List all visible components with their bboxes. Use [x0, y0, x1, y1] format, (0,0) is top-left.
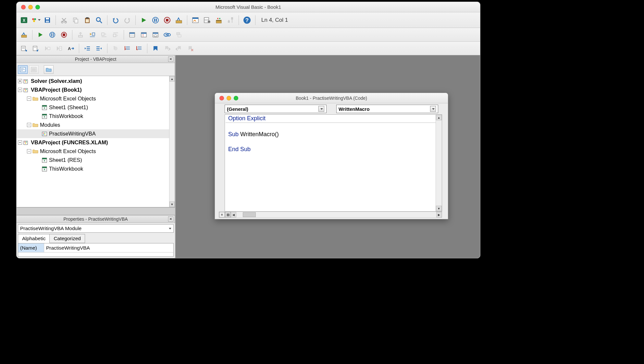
tree-item[interactable]: XThisWorkbook — [17, 164, 175, 173]
insert-module-button[interactable] — [30, 15, 41, 26]
copy-button[interactable] — [70, 15, 81, 26]
indent-button[interactable] — [82, 43, 93, 54]
call-stack-button[interactable] — [173, 29, 184, 40]
comment-block-button[interactable] — [122, 43, 133, 54]
code-close-button[interactable] — [219, 96, 224, 100]
toggle-folders-button[interactable] — [44, 65, 54, 74]
help-button[interactable]: ? — [242, 15, 253, 26]
locals-window-button[interactable] — [127, 29, 138, 40]
mdi-area[interactable]: Book1 - PractiseWritingVBA (Code) (Gener… — [176, 55, 480, 258]
tree-item[interactable]: −Microsoft Excel Objects — [17, 147, 175, 156]
tree-expander[interactable]: − — [18, 140, 22, 145]
tree-item[interactable]: +Solver (Solver.xlam) — [17, 77, 175, 85]
object-dropdown[interactable]: (General) — [225, 105, 327, 113]
project-panel-close-button[interactable]: ✕ — [168, 57, 173, 62]
next-bookmark-button[interactable] — [162, 43, 173, 54]
immediate-window-button[interactable]: ! — [138, 29, 149, 40]
hscroll-thumb[interactable] — [243, 212, 256, 217]
panel-splitter[interactable] — [17, 207, 175, 215]
quick-watch-button[interactable] — [162, 29, 173, 40]
close-window-button[interactable] — [21, 5, 26, 9]
tree-item[interactable]: −Modules — [17, 121, 175, 129]
list-properties-button[interactable] — [19, 43, 30, 54]
procedure-view-button[interactable]: ≡ — [219, 212, 225, 217]
titlebar[interactable]: Microsoft Visual Basic - Book1 — [17, 2, 480, 12]
scroll-down-button[interactable]: ▼ — [169, 202, 175, 207]
save-button[interactable] — [42, 15, 53, 26]
redo-button[interactable] — [122, 15, 133, 26]
tree-item[interactable]: XSheet1 (Sheet1) — [17, 103, 175, 112]
properties-grid[interactable]: (Name) PractiseWritingVBA — [18, 243, 174, 257]
paste-button[interactable] — [82, 15, 93, 26]
object-browser-button[interactable] — [213, 15, 224, 26]
complete-word-button[interactable]: A — [65, 43, 76, 54]
scroll-right-button[interactable]: ▶ — [436, 212, 442, 217]
property-row[interactable]: (Name) PractiseWritingVBA — [18, 243, 173, 253]
clear-bookmarks-button[interactable] — [185, 43, 196, 54]
property-value[interactable]: PractiseWritingVBA — [44, 245, 173, 251]
tree-item[interactable]: XThisWorkbook — [17, 112, 175, 121]
outdent-button[interactable] — [93, 43, 105, 54]
project-explorer-button[interactable] — [190, 15, 201, 26]
tree-item[interactable]: −VBAProject (Book1) — [17, 85, 175, 94]
prev-bookmark-button[interactable] — [173, 43, 184, 54]
run-button[interactable] — [138, 15, 149, 26]
procedure-dropdown[interactable]: WrittenMacro — [336, 105, 438, 113]
view-code-button[interactable] — [18, 65, 28, 74]
step-out-button[interactable] — [110, 29, 121, 40]
tree-scrollbar[interactable]: ▲ ▼ — [169, 76, 175, 207]
watch-window-button[interactable] — [150, 29, 161, 40]
tree-item[interactable]: −Microsoft Excel Objects — [17, 94, 175, 103]
view-object-button[interactable] — [29, 65, 39, 74]
zoom-window-button[interactable] — [35, 5, 40, 9]
undo-button[interactable] — [110, 15, 121, 26]
toggle-breakpoint-button-2[interactable] — [110, 43, 121, 54]
minimize-window-button[interactable] — [28, 5, 33, 9]
code-window-titlebar[interactable]: Book1 - PractiseWritingVBA (Code) — [215, 93, 448, 103]
view-excel-button[interactable]: X — [19, 15, 30, 26]
design-mode-button-2[interactable] — [19, 29, 30, 40]
dropdown-button[interactable] — [430, 106, 436, 112]
scroll-down-button[interactable]: ▼ — [436, 206, 442, 211]
toggle-breakpoint-button[interactable] — [75, 29, 86, 40]
cut-button[interactable] — [58, 15, 69, 26]
tree-item[interactable]: XSheet1 (RES) — [17, 156, 175, 164]
tree-item[interactable]: PractiseWritingVBA — [17, 129, 175, 138]
toolbox-button[interactable] — [225, 15, 236, 26]
run-button-2[interactable] — [35, 29, 46, 40]
scroll-left-button[interactable]: ◀ — [231, 212, 236, 217]
properties-window-button[interactable] — [202, 15, 213, 26]
reset-button[interactable] — [162, 15, 173, 26]
code-line[interactable] — [225, 123, 442, 131]
code-line[interactable]: End Sub — [225, 146, 442, 153]
tree-expander[interactable]: + — [18, 79, 22, 83]
project-tree[interactable]: +Solver (Solver.xlam)−VBAProject (Book1)… — [17, 76, 175, 207]
step-over-button[interactable] — [98, 29, 109, 40]
uncomment-block-button[interactable] — [133, 43, 144, 54]
break-button-2[interactable] — [47, 29, 58, 40]
properties-panel-titlebar[interactable]: Properties - PractiseWritingVBA ✕ — [17, 215, 175, 223]
code-minimize-button[interactable] — [227, 96, 231, 100]
code-line[interactable] — [225, 138, 442, 146]
project-panel-titlebar[interactable]: Project - VBAProject ✕ — [17, 55, 175, 63]
code-line[interactable]: Sub WrittenMacro() — [225, 131, 442, 138]
code-vscrollbar[interactable]: ▲ ▼ — [436, 115, 442, 211]
tree-expander[interactable]: − — [27, 149, 31, 153]
dropdown-button[interactable] — [318, 106, 324, 112]
list-constants-button[interactable] — [30, 43, 41, 54]
scroll-up-button[interactable]: ▲ — [169, 76, 175, 82]
properties-object-combo[interactable]: PractiseWritingVBA Module — [18, 224, 174, 233]
reset-button-2[interactable] — [58, 29, 69, 40]
toggle-bookmark-button[interactable] — [150, 43, 161, 54]
tree-item[interactable]: −VBAProject (FUNCRES.XLAM) — [17, 138, 175, 147]
full-module-view-button[interactable]: ▤ — [225, 212, 231, 217]
code-zoom-button[interactable] — [234, 96, 238, 100]
code-editor[interactable]: Option Explicit Sub WrittenMacro() End S… — [225, 114, 442, 212]
code-line[interactable]: Option Explicit — [225, 115, 442, 122]
step-into-button[interactable] — [87, 29, 98, 40]
tab-alphabetic[interactable]: Alphabetic — [18, 234, 50, 243]
break-button[interactable] — [150, 15, 161, 26]
tree-expander[interactable]: − — [27, 123, 31, 127]
tab-categorized[interactable]: Categorized — [49, 234, 85, 243]
design-mode-button[interactable] — [173, 15, 184, 26]
